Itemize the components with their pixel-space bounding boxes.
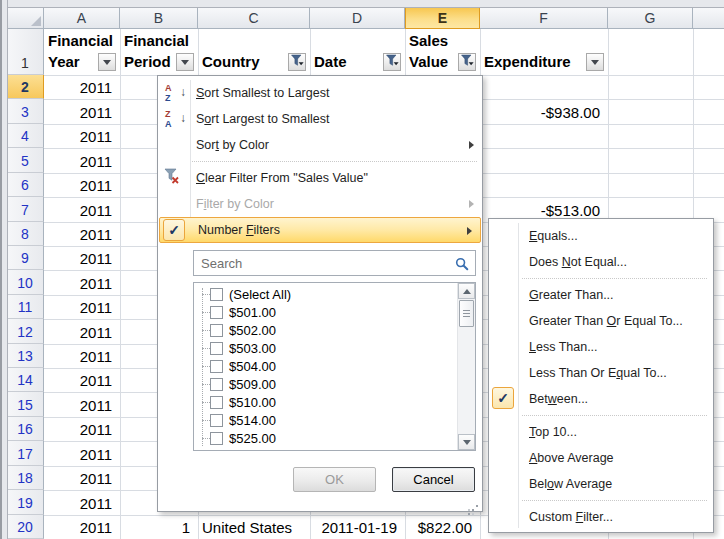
filter-dropdown-button-F[interactable] [586, 53, 604, 71]
number-filter-item-greater-than-or-equal-to[interactable]: Greater Than Or Equal To... [489, 308, 713, 334]
column-header-C[interactable]: C [198, 7, 310, 29]
row-header-4[interactable]: 4 [7, 124, 44, 148]
number-filter-item-less-than[interactable]: Less Than... [489, 334, 713, 360]
filter-value-row[interactable]: $525.00 [197, 429, 457, 447]
checkbox-unchecked-icon[interactable] [210, 306, 223, 319]
row-header-3[interactable]: 3 [7, 99, 44, 123]
cell-A17[interactable]: 2011 [44, 441, 120, 465]
row-header-12[interactable]: 12 [7, 319, 44, 343]
filter-menu-item-clear-filter-from-sales-value[interactable]: Clear Filter From "Sales Value" [158, 165, 482, 191]
cell-A3[interactable]: 2011 [44, 99, 120, 123]
filter-menu-item-sort-by-color[interactable]: Sort by Color [158, 132, 482, 158]
search-input[interactable]: Search [193, 250, 476, 276]
cell-A16[interactable]: 2011 [44, 417, 120, 441]
cell-A12[interactable]: 2011 [44, 319, 120, 343]
filter-menu-item-sort-smallest-to-largest[interactable]: AZ↓Sort Smallest to Largest [158, 80, 482, 106]
checkbox-unchecked-icon[interactable] [210, 414, 223, 427]
cell-A9[interactable]: 2011 [44, 246, 120, 270]
column-header-B[interactable]: B [120, 7, 198, 29]
cell-A6[interactable]: 2011 [44, 173, 120, 197]
filter-dropdown-button-B[interactable] [176, 53, 194, 71]
column-header-E[interactable]: E [405, 7, 480, 29]
row-header-8[interactable]: 8 [7, 222, 44, 246]
number-filter-item-equals[interactable]: Equals... [489, 223, 713, 249]
cell-E20[interactable]: $822.00 [405, 515, 480, 539]
column-header-F[interactable]: F [480, 7, 608, 29]
row-header-20[interactable]: 20 [7, 515, 44, 539]
cell-D20[interactable]: 2011-01-19 [310, 515, 405, 539]
row-header-17[interactable]: 17 [7, 441, 44, 465]
row-header-15[interactable]: 15 [7, 392, 44, 416]
row-header-2[interactable]: 2 [7, 75, 44, 99]
column-header-A[interactable]: A [44, 7, 120, 29]
filter-value-row[interactable]: $501.00 [197, 303, 457, 321]
scrollbar-thumb[interactable] [459, 300, 474, 327]
cell-A19[interactable]: 2011 [44, 490, 120, 514]
number-filter-item-greater-than[interactable]: Greater Than... [489, 282, 713, 308]
checkbox-unchecked-icon[interactable] [210, 450, 223, 452]
cell-A15[interactable]: 2011 [44, 392, 120, 416]
filter-value-row[interactable]: $509.00 [197, 375, 457, 393]
number-filter-item-top-10[interactable]: Top 10... [489, 419, 713, 445]
filter-applied-button-C[interactable] [288, 53, 306, 71]
filter-value-row[interactable]: $510.00 [197, 393, 457, 411]
checkbox-unchecked-icon[interactable] [210, 324, 223, 337]
filter-value-row[interactable]: $514.00 [197, 411, 457, 429]
filter-value-row[interactable]: $502.00 [197, 321, 457, 339]
row-header-14[interactable]: 14 [7, 368, 44, 392]
filter-menu-item-filter-by-color[interactable]: Filter by Color [158, 191, 482, 217]
filter-applied-button-E[interactable] [458, 53, 476, 71]
scroll-up-button[interactable] [458, 283, 475, 299]
number-filter-item-custom-filter[interactable]: Custom Filter... [489, 504, 713, 530]
cell-F3[interactable]: -$938.00 [480, 99, 608, 123]
row-header-13[interactable]: 13 [7, 344, 44, 368]
cell-A18[interactable]: 2011 [44, 466, 120, 490]
row-header-18[interactable]: 18 [7, 466, 44, 490]
cell-A11[interactable]: 2011 [44, 295, 120, 319]
row-header-9[interactable]: 9 [7, 246, 44, 270]
number-filter-item-above-average[interactable]: Above Average [489, 445, 713, 471]
cell-C20[interactable]: United States [198, 515, 310, 539]
cell-A10[interactable]: 2011 [44, 270, 120, 294]
cell-A8[interactable]: 2011 [44, 222, 120, 246]
column-header-edge[interactable] [693, 7, 724, 29]
checkbox-unchecked-icon[interactable] [210, 396, 223, 409]
row-header-1[interactable]: 1 [7, 29, 44, 75]
row-header-6[interactable]: 6 [7, 173, 44, 197]
cell-A2[interactable]: 2011 [44, 75, 120, 99]
number-filter-item-below-average[interactable]: Below Average [489, 471, 713, 497]
row-header-7[interactable]: 7 [7, 197, 44, 221]
filter-value-row-partial[interactable] [197, 447, 457, 451]
filter-value-row[interactable]: $504.00 [197, 357, 457, 375]
cell-A14[interactable]: 2011 [44, 368, 120, 392]
cell-A7[interactable]: 2011 [44, 197, 120, 221]
filter-dropdown-button-A[interactable] [98, 53, 116, 71]
column-header-G[interactable]: G [608, 7, 693, 29]
filter-menu-item-number-filters[interactable]: Number Filters [159, 217, 481, 243]
select-all-corner[interactable] [7, 7, 44, 29]
row-header-5[interactable]: 5 [7, 148, 44, 172]
cell-A4[interactable]: 2011 [44, 124, 120, 148]
cell-A13[interactable]: 2011 [44, 344, 120, 368]
checkbox-unchecked-icon[interactable] [210, 360, 223, 373]
cell-A20[interactable]: 2011 [44, 515, 120, 539]
filter-value-row[interactable]: (Select All) [197, 285, 457, 303]
filter-value-row[interactable]: $503.00 [197, 339, 457, 357]
number-filter-item-less-than-or-equal-to[interactable]: Less Than Or Equal To... [489, 360, 713, 386]
cancel-button[interactable]: Cancel [392, 467, 475, 492]
checkbox-unchecked-icon[interactable] [210, 288, 223, 301]
checkbox-unchecked-icon[interactable] [210, 342, 223, 355]
filter-menu-item-sort-largest-to-smallest[interactable]: ZA↓Sort Largest to Smallest [158, 106, 482, 132]
cell-B20[interactable]: 1 [120, 515, 198, 539]
checkbox-unchecked-icon[interactable] [210, 432, 223, 445]
number-filter-item-between[interactable]: Between... [489, 386, 713, 412]
checkbox-unchecked-icon[interactable] [210, 378, 223, 391]
ok-button[interactable]: OK [293, 467, 376, 492]
row-header-11[interactable]: 11 [7, 295, 44, 319]
row-header-16[interactable]: 16 [7, 417, 44, 441]
scroll-down-button[interactable] [458, 434, 475, 450]
column-header-D[interactable]: D [310, 7, 405, 29]
cell-A5[interactable]: 2011 [44, 148, 120, 172]
row-header-19[interactable]: 19 [7, 490, 44, 514]
resize-grip[interactable] [466, 495, 478, 507]
